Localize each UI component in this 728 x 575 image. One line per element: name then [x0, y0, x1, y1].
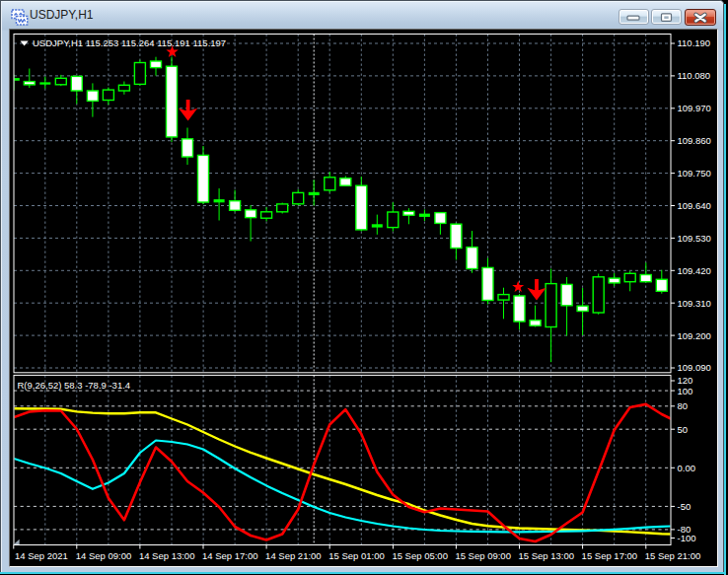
svg-text:-50: -50: [678, 501, 692, 512]
svg-text:100: 100: [678, 386, 693, 396]
svg-text:14 Sep 17:00: 14 Sep 17:00: [202, 550, 258, 561]
svg-text:109.090: 109.090: [678, 362, 711, 373]
svg-text:R(9,26,52) 58.3 -78.9 -31.4: R(9,26,52) 58.3 -78.9 -31.4: [18, 380, 131, 391]
svg-text:15 Sep 13:00: 15 Sep 13:00: [519, 550, 575, 561]
svg-text:15 Sep 05:00: 15 Sep 05:00: [392, 550, 448, 561]
svg-text:14 Sep 09:00: 14 Sep 09:00: [76, 550, 132, 561]
svg-text:0.00: 0.00: [678, 463, 696, 473]
svg-text:14 Sep 13:00: 14 Sep 13:00: [139, 550, 195, 561]
svg-text:80: 80: [678, 400, 689, 411]
svg-text:109.640: 109.640: [678, 200, 711, 211]
svg-text:-100: -100: [678, 533, 696, 543]
svg-text:109.860: 109.860: [678, 135, 711, 146]
svg-text:109.530: 109.530: [678, 233, 711, 244]
svg-text:110.190: 110.190: [678, 37, 711, 48]
svg-text:USDJPY,H1 115.253 115.264 115.: USDJPY,H1 115.253 115.264 115.191 115.19…: [33, 37, 226, 48]
svg-text:15 Sep 09:00: 15 Sep 09:00: [455, 550, 511, 561]
svg-text:109.970: 109.970: [678, 103, 711, 113]
svg-text:15 Sep 01:00: 15 Sep 01:00: [328, 550, 385, 561]
svg-text:109.200: 109.200: [678, 330, 711, 341]
svg-text:14 Sep 21:00: 14 Sep 21:00: [265, 550, 322, 561]
svg-text:50: 50: [678, 424, 689, 435]
svg-text:109.750: 109.750: [678, 168, 711, 179]
svg-text:109.420: 109.420: [678, 265, 711, 276]
svg-text:14 Sep 2021: 14 Sep 2021: [15, 550, 68, 561]
svg-text:110.080: 110.080: [678, 70, 711, 81]
svg-text:15 Sep 17:00: 15 Sep 17:00: [582, 550, 638, 561]
svg-text:15 Sep 21:00: 15 Sep 21:00: [645, 550, 701, 561]
svg-text:109.310: 109.310: [678, 298, 711, 309]
